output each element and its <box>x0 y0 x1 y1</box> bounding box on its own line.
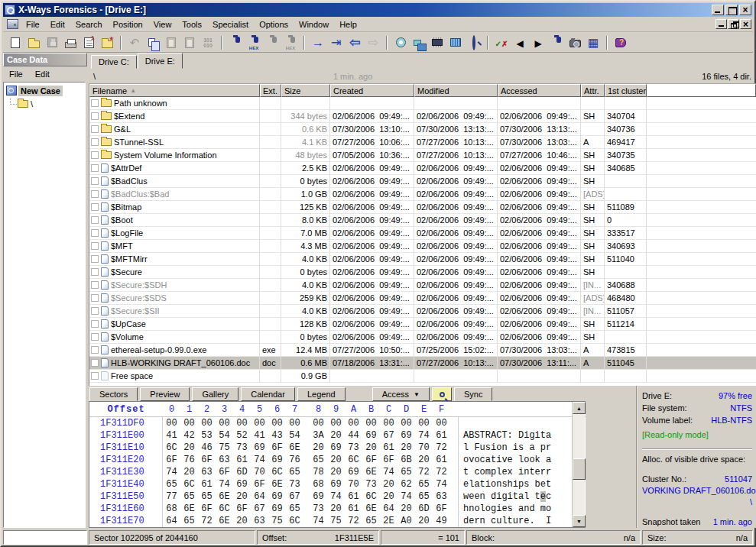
hex-byte[interactable]: 69 <box>345 467 362 477</box>
row-checkbox[interactable] <box>91 346 99 354</box>
menu-tools[interactable]: Tools <box>177 18 207 31</box>
hex-byte[interactable]: 72 <box>415 467 433 477</box>
row-checkbox[interactable] <box>91 307 99 315</box>
maximize-button[interactable] <box>725 5 738 15</box>
menu-window[interactable]: Window <box>294 18 334 31</box>
hex-text[interactable]: ovocative look a <box>458 454 551 466</box>
forward-button[interactable] <box>364 34 382 51</box>
row-checkbox[interactable] <box>91 229 99 237</box>
row-checkbox[interactable] <box>91 177 99 185</box>
verify-button[interactable] <box>492 34 511 51</box>
hex-byte[interactable]: 74 <box>251 455 268 465</box>
table-row[interactable]: HLB-WORKING DRAFT_060106.docdoc0.6 MB07/… <box>89 357 756 370</box>
hex-byte[interactable]: 00 <box>180 418 198 429</box>
hex-byte[interactable]: 67 <box>286 491 303 502</box>
hex-byte[interactable]: 64 <box>380 503 397 514</box>
table-row[interactable]: ethereal-setup-0.99.0.exeexe12.4 MB07/27… <box>89 344 756 357</box>
menu-file[interactable]: File <box>21 18 45 31</box>
tree-item-new-case[interactable]: New Case <box>4 84 85 97</box>
hex-byte[interactable]: 75 <box>327 516 345 526</box>
hex-byte[interactable]: 72 <box>345 516 362 526</box>
row-checkbox[interactable] <box>91 164 99 172</box>
hex-byte[interactable]: 20 <box>415 516 433 526</box>
row-checkbox[interactable] <box>91 138 99 146</box>
hex-byte[interactable]: 63 <box>433 491 450 502</box>
table-row[interactable]: Free space0.9 GB <box>89 370 756 383</box>
find-next-hex-button[interactable]: HEX <box>281 34 300 51</box>
goto-page-button[interactable] <box>327 34 346 51</box>
hex-byte[interactable]: 70 <box>345 479 362 490</box>
viewer-button[interactable] <box>465 34 483 51</box>
open-button[interactable] <box>24 34 43 51</box>
table-row[interactable]: $Secure0 bytes02/06/2006 09:49:...02/06/… <box>89 266 756 279</box>
hex-byte[interactable]: 69 <box>327 442 345 453</box>
mdi-restore-button[interactable] <box>728 19 739 29</box>
hex-byte[interactable]: 20 <box>327 430 345 441</box>
hex-byte[interactable]: 20 <box>233 516 251 526</box>
hex-byte[interactable]: 74 <box>216 479 233 490</box>
menu-help[interactable]: Help <box>334 18 362 31</box>
hex-byte[interactable]: 69 <box>268 455 286 465</box>
viewer-search-toggle[interactable] <box>432 387 452 401</box>
column-header-accessed[interactable]: Accessed <box>498 84 581 97</box>
hex-byte[interactable]: 6E <box>362 467 380 477</box>
hex-byte[interactable]: 6E <box>268 479 286 490</box>
hex-byte[interactable]: 65 <box>198 491 216 502</box>
hex-byte[interactable]: 6E <box>180 503 198 514</box>
hex-byte[interactable]: 6F <box>433 503 450 514</box>
hex-byte[interactable]: 20 <box>233 491 251 502</box>
hex-byte[interactable]: 6F <box>198 455 216 465</box>
hex-text[interactable]: ABSTRACT: Digita <box>458 429 551 442</box>
hex-byte[interactable]: 68 <box>310 479 327 490</box>
hex-byte[interactable]: 74 <box>397 491 415 502</box>
hex-byte[interactable]: 20 <box>310 442 327 453</box>
column-header-filename[interactable]: Filename▲ <box>89 84 260 97</box>
hex-byte[interactable]: 61 <box>433 455 450 465</box>
hex-byte[interactable]: 6B <box>397 455 415 465</box>
hex-byte[interactable]: 49 <box>433 516 450 526</box>
hex-byte[interactable]: 20 <box>380 479 397 490</box>
column-header-modified[interactable]: Modified <box>414 84 498 97</box>
hex-byte[interactable]: 00 <box>380 418 397 429</box>
hex-text[interactable]: dern culture. I <box>458 515 551 527</box>
hex-byte[interactable]: 6C <box>216 503 233 514</box>
minimize-button[interactable] <box>712 5 724 15</box>
tab-sectors[interactable]: Sectors <box>89 387 138 401</box>
hex-byte[interactable]: 65 <box>180 491 198 502</box>
column-header-size[interactable]: Size <box>281 84 330 97</box>
find-hex-button[interactable]: HEX <box>245 34 263 51</box>
hex-byte[interactable]: 00 <box>163 418 180 429</box>
new-file-button[interactable] <box>6 34 24 51</box>
hex-byte[interactable]: 69 <box>397 430 415 441</box>
hex-byte[interactable]: 69 <box>327 479 345 490</box>
row-checkbox[interactable] <box>91 203 99 211</box>
hex-byte[interactable]: 53 <box>198 430 216 441</box>
hex-byte[interactable]: 73 <box>286 479 303 490</box>
hex-byte[interactable]: 69 <box>362 430 380 441</box>
table-row[interactable]: G&L0.6 KB07/30/2006 13:10:...07/30/2006 … <box>89 123 756 136</box>
hex-byte[interactable]: 74 <box>310 516 327 526</box>
hex-byte[interactable]: 6F <box>163 455 180 465</box>
hex-byte[interactable]: 72 <box>433 467 450 477</box>
hex-scrollbar[interactable]: ▲ ▼ <box>572 402 585 527</box>
table-row[interactable]: System Volume Information48 bytes07/05/2… <box>89 149 756 162</box>
close-button[interactable] <box>739 5 751 15</box>
hex-byte[interactable]: 6F <box>198 503 216 514</box>
hex-byte[interactable]: 6C <box>180 479 198 490</box>
hex-byte[interactable]: 6C <box>362 491 380 502</box>
hex-byte[interactable]: 64 <box>251 491 268 502</box>
hex-byte[interactable]: 6F <box>233 503 251 514</box>
hex-byte[interactable]: 20 <box>180 467 198 477</box>
row-checkbox[interactable] <box>91 99 99 107</box>
table-row[interactable]: $MFTMirr4.0 KB02/06/2006 09:49:...02/06/… <box>89 253 756 266</box>
memory-button[interactable] <box>428 34 446 51</box>
hex-byte[interactable]: 00 <box>198 418 216 429</box>
hex-byte[interactable]: 6C <box>268 467 286 477</box>
mdi-close-button[interactable] <box>740 19 751 29</box>
row-checkbox[interactable] <box>91 112 99 120</box>
hex-byte[interactable]: 73 <box>345 442 362 453</box>
hex-byte[interactable]: 6E <box>362 503 380 514</box>
hex-byte[interactable]: 20 <box>327 503 345 514</box>
hex-byte[interactable]: 6C <box>286 516 303 526</box>
case-properties-button[interactable] <box>79 34 98 51</box>
